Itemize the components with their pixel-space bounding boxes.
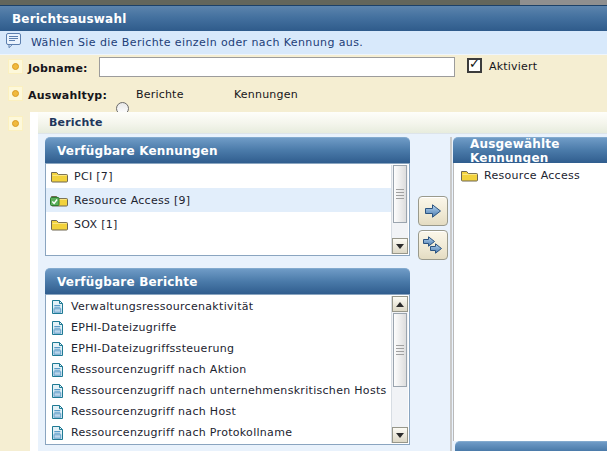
double-right-arrow-icon: [422, 235, 444, 255]
list-item[interactable]: Ressourcenzugriff nach unternehmenskriti…: [46, 380, 391, 401]
scrollbar-thumb[interactable]: [393, 165, 407, 223]
tags-scrollbar[interactable]: [391, 165, 408, 254]
list-item[interactable]: SOX [1]: [46, 212, 391, 236]
bullet-icon: [8, 116, 23, 131]
page-title: Berichtsauswahl: [0, 12, 126, 26]
left-rail: [0, 112, 30, 451]
selected-tags-header: Ausgewählte Kennungen: [453, 137, 607, 163]
report-icon: [50, 383, 65, 399]
report-icon: [50, 425, 65, 441]
tab-berichte[interactable]: Berichte: [38, 112, 607, 134]
info-message: Wählen Sie die Berichte einzeln oder nac…: [31, 36, 363, 49]
scroll-down-button[interactable]: [392, 427, 408, 443]
jobname-label: Jobname:: [28, 62, 88, 75]
info-bar: Wählen Sie die Berichte einzeln oder nac…: [0, 31, 607, 55]
panel-divider: [450, 137, 452, 451]
move-all-right-button[interactable]: [418, 230, 448, 260]
move-right-button[interactable]: [418, 196, 448, 226]
bullet-icon: [8, 86, 23, 101]
list-item[interactable]: PCI [7]: [46, 164, 391, 188]
list-item[interactable]: Ressourcenzugriff nach Aktion: [46, 359, 391, 380]
available-tags-list: PCI [7] Resource Access [9] SOX [1]: [45, 163, 410, 256]
report-icon: [50, 341, 65, 357]
reports-scrollbar[interactable]: [391, 296, 408, 443]
jobname-input[interactable]: [99, 57, 455, 77]
radio-berichte-label[interactable]: Berichte: [136, 88, 184, 101]
available-tags-title: Verfügbare Kennungen: [57, 144, 218, 158]
report-icon: [50, 404, 65, 420]
single-right-arrow-icon: [423, 202, 443, 220]
list-item[interactable]: Resource Access [9]: [46, 188, 391, 212]
report-icon: [50, 362, 65, 378]
report-icon: [50, 320, 65, 336]
folder-checked-icon: [50, 194, 68, 207]
radio-kennungen-label[interactable]: Kennungen: [234, 88, 298, 101]
bullet-icon: [8, 59, 23, 74]
scroll-down-button[interactable]: [392, 238, 408, 254]
list-item[interactable]: Ressourcenzugriff nach Protokollname: [46, 422, 391, 443]
list-item[interactable]: EPHI-Dateizugriffssteuerung: [46, 338, 391, 359]
folder-icon: [460, 169, 478, 182]
auswahltyp-label: Auswahltyp:: [28, 89, 107, 102]
folder-icon: [50, 170, 68, 183]
speech-bubble-icon: [5, 32, 22, 53]
aktiviert-label[interactable]: Aktiviert: [489, 60, 537, 73]
available-reports-title: Verfügbare Berichte: [57, 275, 198, 289]
dialog-title-bar: Berichtsauswahl: [0, 5, 607, 31]
available-tags-header: Verfügbare Kennungen: [45, 137, 410, 163]
scrollbar-thumb[interactable]: [393, 313, 407, 387]
tab-berichte-label: Berichte: [38, 116, 103, 129]
list-item[interactable]: EPHI-Dateizugriffe: [46, 317, 391, 338]
selected-tags-title: Ausgewählte Kennungen: [470, 137, 607, 165]
available-reports-header: Verfügbare Berichte: [45, 268, 410, 294]
report-icon: [50, 299, 65, 315]
selected-tags-list: Resource Access: [453, 163, 607, 441]
available-reports-list: Verwaltungsressourcenaktivität EPHI-Date…: [45, 294, 410, 445]
scroll-up-button[interactable]: [392, 296, 408, 312]
selected-reports-header-cut: [455, 441, 607, 451]
list-item[interactable]: Resource Access: [454, 163, 607, 187]
list-item[interactable]: Ressourcenzugriff nach Host: [46, 401, 391, 422]
aktiviert-checkbox[interactable]: [467, 58, 482, 73]
list-item[interactable]: Verwaltungsressourcenaktivität: [46, 296, 391, 317]
folder-icon: [50, 218, 68, 231]
